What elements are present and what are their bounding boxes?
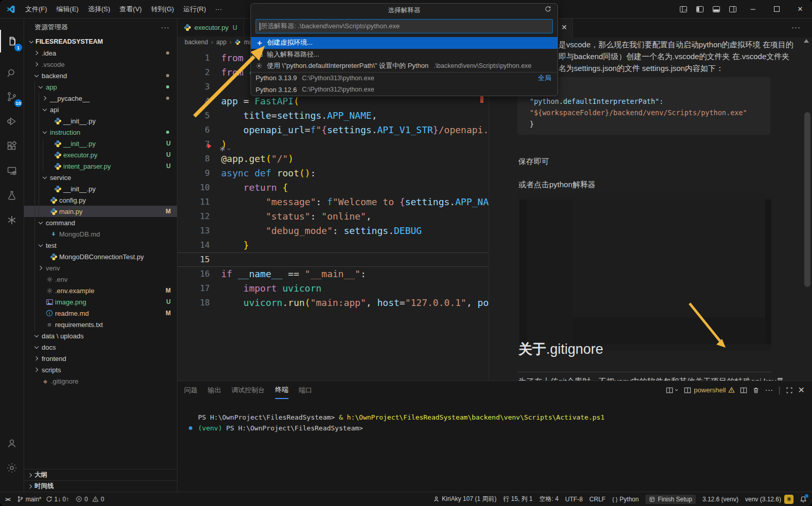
quickpick-item[interactable]: 输入解释器路径... [251, 49, 557, 61]
encoding[interactable]: UTF-8 [565, 496, 583, 503]
tree-item[interactable]: MongoDBConnectionTest.py [24, 251, 177, 262]
menu-item[interactable]: 查看(V) [115, 4, 146, 14]
accounts-icon[interactable] [0, 432, 24, 455]
tree-item[interactable]: ◆.gitignore [24, 375, 177, 387]
tree-item[interactable]: readme.mdM [24, 308, 177, 319]
code-editor[interactable]: 1from fastapi import FastAPI2from config… [177, 48, 489, 381]
panel-more-icon[interactable]: ··· [765, 386, 773, 395]
customize-layout-icon[interactable] [675, 3, 692, 15]
python-interpreter[interactable]: 3.12.6 (venv) [702, 496, 738, 503]
venv-indicator[interactable]: venv (3.12.6) [745, 496, 781, 503]
tree-item[interactable]: app [24, 81, 177, 93]
tree-item[interactable]: __init__.py [24, 183, 177, 194]
remote-indicator-icon[interactable]: >< [5, 496, 10, 502]
menu-item[interactable]: 运行(R) [178, 4, 210, 14]
tree-item[interactable]: main.pyM [24, 206, 177, 217]
tree-item[interactable]: docs [24, 341, 177, 353]
menu-item[interactable]: 编辑(E) [52, 4, 83, 14]
extensions-icon[interactable] [0, 135, 24, 157]
outline-section[interactable]: 大纲 [24, 469, 177, 480]
panel-tab-终端[interactable]: 终端 [275, 381, 288, 399]
source-control-icon[interactable]: 10 [0, 85, 24, 108]
tree-item[interactable]: intent_parser.pyU [24, 160, 177, 172]
ai-extension-icon[interactable] [0, 209, 24, 231]
tree-item[interactable]: __init__.py [24, 115, 177, 127]
toggle-secondary-sidebar-icon[interactable] [725, 3, 741, 15]
indentation[interactable]: 空格: 4 [539, 495, 558, 503]
panel-tab-端口[interactable]: 端口 [299, 382, 312, 399]
notifications-bell-icon[interactable] [800, 496, 807, 503]
code-line[interactable]: 4app = FastAPI( [177, 94, 489, 109]
breadcrumb-item[interactable]: app [216, 39, 226, 46]
finish-setup-button[interactable]: Finish Setup [645, 495, 696, 504]
tree-item[interactable]: image.pngU [24, 296, 177, 308]
close-panel-icon[interactable]: ✕ [798, 385, 805, 395]
tree-item[interactable]: command [24, 217, 177, 228]
explorer-more-icon[interactable]: ··· [161, 23, 170, 31]
eol-sequence[interactable]: CRLF [589, 496, 605, 503]
maximize-button[interactable] [765, 0, 788, 19]
tree-item[interactable]: .env [24, 274, 177, 285]
search-icon[interactable] [0, 62, 24, 84]
remote-explorer-icon[interactable] [0, 159, 24, 182]
code-line[interactable]: 8@app.get("/") [177, 152, 489, 166]
terminal-output[interactable]: PS H:\OwnProject\FilesReadSysteam> & h:\… [198, 412, 605, 433]
cursor-position[interactable]: 行 15, 列 1 [503, 495, 532, 503]
tree-item[interactable]: .vscode [24, 59, 177, 70]
terminal-instance[interactable]: powershell [684, 386, 735, 394]
code-line[interactable]: 17 import uvicorn [177, 281, 489, 296]
code-line[interactable]: 18 uvicorn.run("main:app", host="127.0.0… [177, 296, 489, 310]
code-line[interactable]: 13 "debug_mode": settings.DEBUG [177, 224, 489, 238]
quickpick-item[interactable]: Python 3.13.9C:\Python313\python.exe全局 [251, 72, 557, 84]
code-line[interactable]: 15 [177, 252, 489, 267]
kill-terminal-icon[interactable] [752, 387, 760, 394]
tree-item[interactable]: ≡requirements.txt [24, 319, 177, 330]
tree-item[interactable]: frontend [24, 353, 177, 364]
split-terminal-icon[interactable] [740, 387, 747, 394]
toggle-panel-icon[interactable] [708, 3, 725, 15]
quickpick-item[interactable]: ＋创建虚拟环境... [251, 37, 557, 49]
author-info[interactable]: KiriAky 107 (1 周前) [433, 495, 496, 503]
problems-indicator[interactable]: 0 0 [76, 496, 104, 503]
launch-profile-icon[interactable] [666, 387, 679, 394]
explorer-icon[interactable]: 1 [0, 30, 24, 52]
code-line[interactable]: 10 return { [177, 180, 489, 195]
tree-item[interactable]: venv [24, 262, 177, 274]
code-line[interactable]: 9async def root(): [177, 166, 489, 180]
editor-actions-more-icon[interactable]: ··· [791, 23, 801, 31]
tree-root[interactable]: FILESREADSYSTEAM [24, 36, 177, 47]
quickpick-item[interactable]: 使用 \"python.defaultInterpreterPath\" 设置中… [251, 60, 557, 72]
tree-item[interactable]: data \ uploads [24, 330, 177, 341]
panel-tab-输出[interactable]: 输出 [208, 382, 221, 399]
tree-item[interactable]: .env.exampleM [24, 285, 177, 296]
ai-assistant-icon[interactable] [784, 495, 793, 504]
tree-item[interactable]: instruction [24, 127, 177, 138]
tree-item[interactable]: __pycache__ [24, 93, 177, 104]
tree-item[interactable]: __init__.pyU [24, 138, 177, 149]
settings-gear-icon[interactable] [0, 457, 24, 479]
minimize-button[interactable]: ─ [741, 0, 765, 19]
run-debug-icon[interactable] [0, 110, 24, 133]
inline-ai-button[interactable] [219, 145, 231, 153]
maximize-panel-icon[interactable] [786, 387, 793, 394]
code-line[interactable]: 16if __name__ == "__main__": [177, 267, 489, 281]
tree-item[interactable]: service [24, 172, 177, 183]
interpreter-search-input[interactable]: 所选解释器: .\backend\venv\Scripts\python.exe [256, 19, 553, 33]
tree-item[interactable]: config.py [24, 194, 177, 206]
timeline-section[interactable]: 时间线 [24, 480, 177, 492]
language-mode[interactable]: { } Python [612, 496, 639, 503]
code-line[interactable]: 14 } [177, 238, 489, 252]
code-line[interactable]: 5 title=settings.APP_NAME, [177, 109, 489, 123]
tree-item[interactable]: backend [24, 70, 177, 81]
menu-item[interactable]: 转到(G) [147, 4, 179, 14]
code-line[interactable]: 12 "status": "online", [177, 209, 489, 224]
menu-item[interactable]: ··· [210, 4, 226, 14]
tab-executor-py[interactable]: executor.py U [177, 19, 244, 37]
breadcrumb-item[interactable]: backend [185, 39, 208, 46]
code-line[interactable]: 6 openapi_url=f"{settings.API_V1_STR}/op… [177, 123, 489, 137]
branch-indicator[interactable]: main* 1↓ 0↑ [17, 496, 69, 503]
quickpick-item[interactable]: Python 3.12.6C:\Python312\python.exe [251, 84, 557, 96]
panel-tab-问题[interactable]: 问题 [184, 382, 197, 399]
tree-item[interactable]: executor.pyU [24, 149, 177, 160]
preview-scrollbar[interactable] [804, 112, 810, 287]
